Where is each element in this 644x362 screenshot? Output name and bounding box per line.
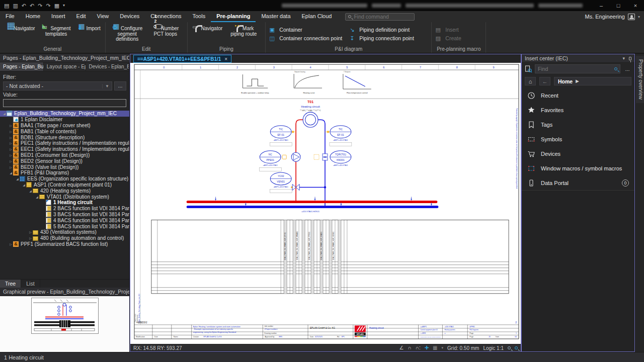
menu-tab[interactable]: Edit — [71, 11, 92, 22]
tree-expander-icon[interactable]: ▷ — [9, 147, 13, 151]
tree-item[interactable]: ◢ ASP1 (Control equipment plant 01) — [0, 182, 129, 188]
qat-more-icon[interactable]: ▾ — [63, 0, 65, 11]
ribbon-small-button[interactable]: Container — [269, 25, 342, 34]
undo-icon[interactable]: ↶ — [22, 0, 26, 11]
menu-tab[interactable]: Tools — [187, 11, 211, 22]
object-snap-icon[interactable]: ∩ — [408, 344, 412, 351]
tree-item[interactable]: 5 BACS function list VDI 3814 Part 4.3 — [0, 223, 129, 229]
tree-expander-icon[interactable]: ▷ — [9, 159, 13, 163]
insert-center-item-symbols[interactable]: Symbols — [522, 132, 634, 146]
tree-item[interactable]: ◢ Eplan_Building_Technology_Project_mm_I… — [0, 111, 129, 117]
ribbon-button[interactable]: Navigator — [190, 23, 225, 32]
design-mode-icon[interactable]: ✛ — [425, 344, 429, 351]
grid-toggle-icon[interactable]: ▦ — [433, 344, 437, 351]
insert-center-item-devices[interactable]: Devices — [522, 146, 634, 161]
angle-snap-icon[interactable]: ∠ — [399, 344, 404, 351]
tree-item[interactable]: 2 BACS function list VDI 3814 Part 4.3 — [0, 206, 129, 212]
insert-center-item-recent[interactable]: Recent — [522, 88, 634, 103]
menu-tab[interactable]: Insert — [46, 11, 71, 22]
grid-dropdown-icon[interactable]: ▾ — [442, 344, 444, 351]
tree-expander-icon[interactable]: ▷ — [9, 165, 13, 169]
open-page-icon[interactable]: ▥ — [13, 0, 18, 11]
panel-tab[interactable]: Pages - Eplan_Buildin... — [0, 62, 44, 71]
tree-item[interactable]: ▷ BAA1 (Title page / cover sheet) — [0, 123, 129, 129]
maximize-button[interactable]: □ — [610, 0, 627, 11]
panel-tab[interactable]: Layout space - Eplan... — [44, 62, 86, 71]
tree-item[interactable]: 1 Eplan Disclaimer — [0, 117, 129, 123]
tree-expander-icon[interactable]: ▷ — [9, 136, 13, 139]
breadcrumb[interactable]: Home ▶ — [554, 77, 631, 85]
undo-history-icon[interactable]: ↶ — [30, 0, 34, 11]
ribbon-button[interactable]: Mark piping route — [224, 23, 263, 37]
preview-thumbnail[interactable] — [0, 296, 129, 352]
menu-tab[interactable]: View — [92, 11, 115, 22]
zoom-out-icon[interactable] — [508, 346, 511, 349]
command-search-input[interactable] — [354, 14, 412, 20]
drawing-canvas[interactable]: 01 23 45 67 89 — [130, 63, 521, 344]
tree-expander-icon[interactable]: ◢ — [28, 189, 33, 193]
menu-tab[interactable]: Devices — [114, 11, 145, 22]
tree-item[interactable]: ▷ BED1 (Consumer list (Design)) — [0, 152, 129, 158]
insert-center-item-window-macros[interactable]: Window macros / symbol macros — [522, 161, 634, 175]
tree-item[interactable]: ▷ BAB1 (Table of contents) — [0, 128, 129, 134]
filter-table-icon[interactable]: ▦ — [54, 0, 59, 11]
home-icon[interactable]: ⌂ — [525, 77, 536, 85]
tree-item[interactable]: 1 Heating circuit — [0, 200, 129, 206]
insert-center-search-input[interactable] — [538, 66, 612, 72]
ribbon-small-button[interactable]: Create — [435, 34, 461, 42]
panel-pin-icon[interactable] — [629, 57, 631, 60]
menu-tab[interactable]: Home — [20, 11, 46, 22]
tree-item[interactable]: ▷ PPF1 (Summarized BACS function list) — [0, 241, 129, 247]
zoom-in-icon[interactable] — [515, 346, 518, 349]
ribbon-small-button[interactable]: Insert — [435, 25, 461, 34]
value-input[interactable] — [3, 99, 126, 107]
document-tab[interactable]: ==ASP1+420.VTA01++EES&PFB1/1 × — [133, 55, 231, 63]
user-dropdown-icon[interactable]: ▾ — [638, 15, 640, 19]
filter-dropdown[interactable]: - Not activated - ▼ — [3, 81, 112, 90]
tree-expander-icon[interactable]: ◢ — [35, 195, 39, 199]
tree-expander-icon[interactable]: ◢ — [9, 171, 13, 174]
menu-tab[interactable]: Connections — [145, 11, 187, 22]
tree-expander-icon[interactable]: ◢ — [2, 112, 7, 115]
close-button[interactable]: × — [627, 0, 644, 11]
insert-center-item-data-portal[interactable]: Data Portal 0 — [522, 175, 634, 190]
insert-center-more-button[interactable]: ... — [623, 66, 632, 72]
insert-center-item-tags[interactable]: Tags — [522, 117, 634, 132]
user-area[interactable]: Ms. Engineering ▾ — [585, 14, 644, 20]
redo-icon[interactable]: ↷ — [38, 0, 42, 11]
tree-item[interactable]: ▷ 480 (Building automation and control) — [0, 235, 129, 241]
tree-item[interactable]: ▷ EEC1 (Safety instructions / Implementa… — [0, 146, 129, 152]
tree-item[interactable]: ▷ BED2 (Sensor list (Design)) — [0, 158, 129, 164]
tree-expander-icon[interactable]: ▷ — [9, 141, 13, 145]
menu-tab[interactable]: Eplan Cloud — [296, 11, 338, 22]
tree-list-tab[interactable]: List — [21, 280, 40, 288]
tree-expander-icon[interactable]: ◢ — [22, 183, 26, 187]
tree-item[interactable]: ▷ BDB1 (Structure description) — [0, 134, 129, 140]
tree-expander-icon[interactable]: ▷ — [9, 124, 13, 127]
tab-property-overview[interactable]: Property overview — [636, 56, 644, 103]
tree-item[interactable]: ◢ PFB1 (P&I Diagrams) — [0, 170, 129, 176]
ribbon-button[interactable]: Number PCT loops — [146, 23, 185, 37]
tree-item[interactable]: ◢ VTA01 (Distribution system) — [0, 194, 129, 200]
object-snap-points-icon[interactable]: ∩: — [416, 344, 421, 351]
command-search[interactable] — [345, 13, 415, 21]
tree-expander-icon[interactable]: ▷ — [9, 130, 13, 133]
insert-center-item-favorites[interactable]: Favorites — [522, 103, 634, 117]
tree-item[interactable]: ◢ EES (Organization specific location st… — [0, 176, 129, 182]
tree-item[interactable]: 4 BACS function list VDI 3814 Part 4.3 — [0, 217, 129, 223]
panel-tab[interactable]: Devices - Eplan_Build... — [86, 62, 129, 71]
ribbon-button[interactable]: Segment templates — [37, 23, 75, 37]
tree-item[interactable]: ▷ PEC1 (Safety instructions / Implementa… — [0, 140, 129, 146]
tree-item[interactable]: 3 BACS function list VDI 3814 Part 4.3 — [0, 212, 129, 218]
insert-center-search[interactable] — [535, 64, 620, 73]
tree-expander-icon[interactable]: ▷ — [28, 230, 33, 234]
ribbon-small-button[interactable]: Piping connection point — [349, 34, 414, 42]
tree-expander-icon[interactable]: ▷ — [9, 153, 13, 157]
ribbon-small-button[interactable]: Container connection point — [269, 34, 342, 42]
tree-list-tab[interactable]: Tree — [0, 280, 21, 288]
tree-item[interactable]: ◢ 420 (Heating systems) — [0, 188, 129, 194]
tree-item[interactable]: ▷ BED3 (Valve list (Design)) — [0, 164, 129, 170]
panel-dropdown-icon[interactable]: ▾ — [622, 56, 625, 61]
tree-expander-icon[interactable]: ◢ — [15, 177, 20, 180]
back-arrow-icon[interactable]: ← — [539, 77, 550, 85]
